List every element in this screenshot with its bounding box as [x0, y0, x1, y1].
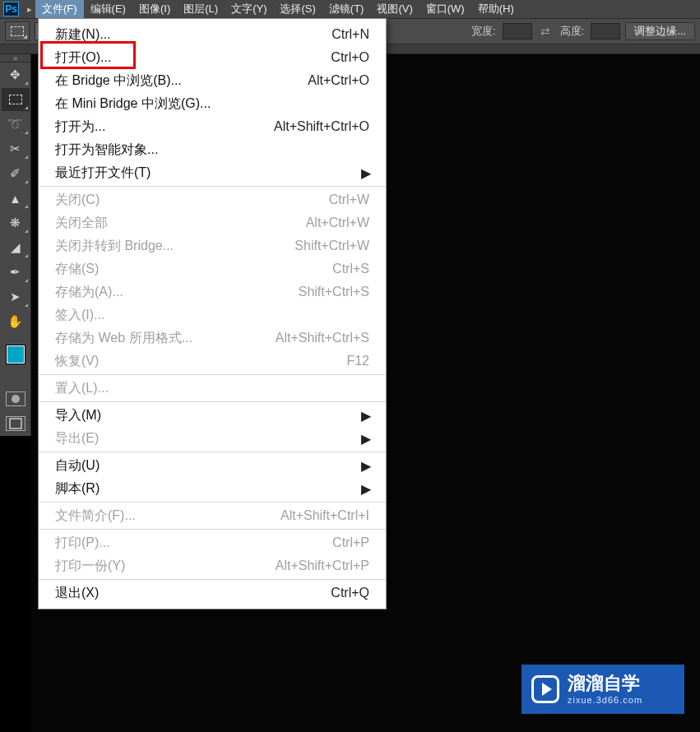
- width-input[interactable]: [503, 23, 532, 39]
- menu-view[interactable]: 视图(V): [370, 0, 419, 18]
- menu-close-bridge[interactable]: 关闭并转到 Bridge...Shift+Ctrl+W: [39, 234, 386, 257]
- tool-preview[interactable]: [5, 21, 30, 41]
- menu-export[interactable]: 导出(E)▶: [39, 427, 386, 450]
- menu-revert[interactable]: 恢复(V)F12: [39, 350, 386, 373]
- menu-open-as[interactable]: 打开为...Alt+Shift+Ctrl+O: [39, 115, 386, 138]
- watermark-title: 溜溜自学: [568, 673, 642, 694]
- swap-wh-icon[interactable]: ⇄: [537, 25, 554, 38]
- menu-new[interactable]: 新建(N)...Ctrl+N: [39, 23, 386, 46]
- toolbox: » ✥ ➰ ✂ ✐ ▲ ❋ ◢ ✒ ➤ ✋: [0, 54, 31, 436]
- height-label: 高度:: [559, 24, 586, 39]
- menu-browse-mini[interactable]: 在 Mini Bridge 中浏览(G)...: [39, 92, 386, 115]
- menu-save[interactable]: 存储(S)Ctrl+S: [39, 257, 386, 280]
- menu-image[interactable]: 图像(I): [132, 0, 177, 18]
- menu-save-web[interactable]: 存储为 Web 所用格式...Alt+Shift+Ctrl+S: [39, 327, 386, 350]
- menu-recent[interactable]: 最近打开文件(T)▶: [39, 161, 386, 184]
- menu-layer[interactable]: 图层(L): [177, 0, 225, 18]
- marquee-tool[interactable]: [2, 88, 30, 111]
- play-icon: [531, 675, 559, 703]
- refine-edge-button[interactable]: 调整边缘...: [625, 22, 695, 40]
- menu-file[interactable]: 文件(F): [35, 0, 84, 18]
- pen-tool[interactable]: ✒: [2, 261, 30, 284]
- foreground-swatch[interactable]: [7, 345, 25, 364]
- watermark-badge: 溜溜自学 zixue.3d66.com: [522, 665, 684, 714]
- menu-save-as[interactable]: 存储为(A)...Shift+Ctrl+S: [39, 280, 386, 303]
- eraser-tool[interactable]: ◢: [2, 236, 30, 259]
- file-menu-dropdown: 新建(N)...Ctrl+N 打开(O)...Ctrl+O 在 Bridge 中…: [38, 18, 387, 609]
- screenmode-toggle[interactable]: [6, 416, 25, 431]
- submenu-arrow-icon: ▶: [361, 431, 369, 447]
- submenu-arrow-icon: ▶: [361, 165, 369, 181]
- menu-filter[interactable]: 滤镜(T): [322, 0, 371, 18]
- menu-open[interactable]: 打开(O)...Ctrl+O: [39, 46, 386, 69]
- menu-exit[interactable]: 退出(X)Ctrl+Q: [39, 581, 386, 605]
- menu-print[interactable]: 打印(P)...Ctrl+P: [39, 531, 386, 554]
- toolbox-collapse[interactable]: »: [0, 54, 30, 63]
- menubar: Ps ▸ 文件(F) 编辑(E) 图像(I) 图层(L) 文字(Y) 选择(S)…: [0, 0, 700, 18]
- menu-close-all[interactable]: 关闭全部Alt+Ctrl+W: [39, 211, 386, 234]
- menu-automate[interactable]: 自动(U)▶: [39, 454, 386, 477]
- lasso-tool[interactable]: ➰: [2, 113, 30, 136]
- path-select-tool[interactable]: ➤: [2, 285, 30, 308]
- menu-print-one[interactable]: 打印一份(Y)Alt+Shift+Ctrl+P: [39, 554, 386, 577]
- app-logo: Ps: [3, 2, 19, 16]
- brush-tool[interactable]: ▲: [2, 187, 30, 210]
- menu-select[interactable]: 选择(S): [273, 0, 322, 18]
- background-swatch[interactable]: [14, 354, 32, 373]
- submenu-arrow-icon: ▶: [361, 408, 369, 424]
- stamp-tool[interactable]: ❋: [2, 211, 30, 234]
- menu-place[interactable]: 置入(L)...: [39, 377, 386, 400]
- menu-scripts[interactable]: 脚本(R)▶: [39, 477, 386, 500]
- menu-open-smart[interactable]: 打开为智能对象...: [39, 138, 386, 161]
- crop-tool[interactable]: ✂: [2, 137, 30, 160]
- menu-help[interactable]: 帮助(H): [471, 0, 521, 18]
- menu-import[interactable]: 导入(M)▶: [39, 404, 386, 427]
- menu-checkin[interactable]: 签入(I)...: [39, 303, 386, 327]
- menu-browse-bridge[interactable]: 在 Bridge 中浏览(B)...Alt+Ctrl+O: [39, 69, 386, 92]
- menu-edit[interactable]: 编辑(E): [84, 0, 132, 18]
- menu-close[interactable]: 关闭(C)Ctrl+W: [39, 188, 386, 211]
- quickmask-toggle[interactable]: [6, 391, 25, 406]
- width-label: 宽度:: [470, 24, 498, 39]
- menubar-handle[interactable]: ▸: [24, 0, 35, 18]
- hand-tool[interactable]: ✋: [2, 310, 30, 333]
- submenu-arrow-icon: ▶: [361, 458, 369, 474]
- submenu-arrow-icon: ▶: [361, 481, 369, 497]
- watermark-subtitle: zixue.3d66.com: [568, 695, 642, 706]
- move-tool[interactable]: ✥: [2, 63, 30, 86]
- menu-fileinfo[interactable]: 文件简介(F)...Alt+Shift+Ctrl+I: [39, 504, 386, 527]
- menu-type[interactable]: 文字(Y): [225, 0, 273, 18]
- menu-window[interactable]: 窗口(W): [420, 0, 471, 18]
- height-input[interactable]: [591, 23, 620, 39]
- eyedropper-tool[interactable]: ✐: [2, 162, 30, 185]
